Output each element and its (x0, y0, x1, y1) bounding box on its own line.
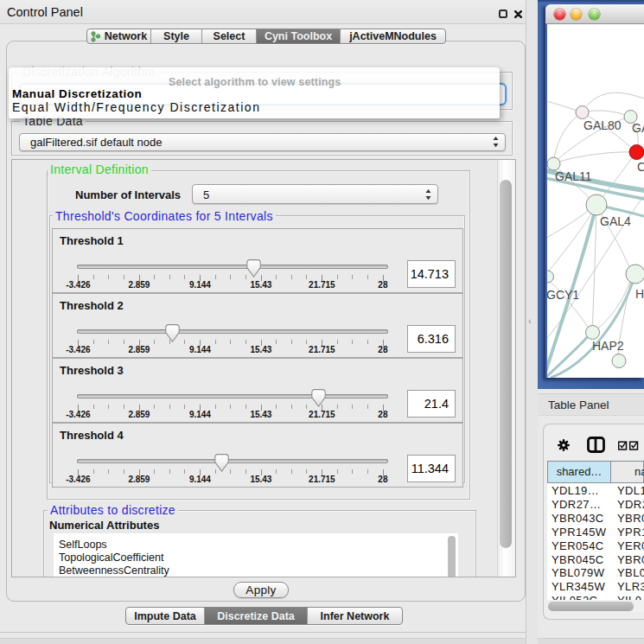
svg-text:C: C (637, 160, 644, 174)
svg-text:GAL11: GAL11 (555, 169, 592, 183)
svg-text:H: H (635, 287, 644, 301)
svg-text:GCY1: GCY1 (547, 288, 579, 302)
svg-text:GAL80: GAL80 (583, 118, 622, 132)
svg-text:GAL8: GAL8 (632, 121, 644, 135)
svg-text:GAL4: GAL4 (600, 214, 631, 228)
svg-text:HAP2: HAP2 (592, 339, 624, 353)
